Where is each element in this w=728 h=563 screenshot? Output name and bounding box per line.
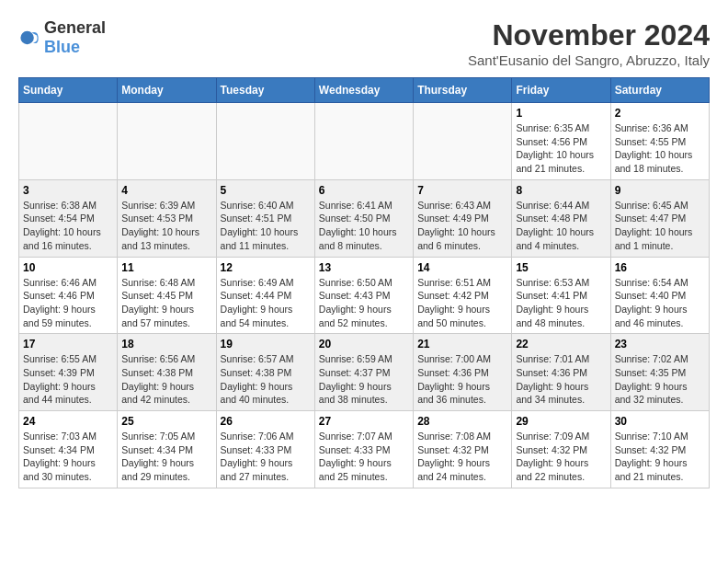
calendar-cell-2-3: 13Sunrise: 6:50 AM Sunset: 4:43 PM Dayli… [314,257,413,334]
day-number: 11 [121,261,211,274]
calendar-cell-0-5: 1Sunrise: 6:35 AM Sunset: 4:56 PM Daylig… [512,103,610,180]
day-info: Sunrise: 6:38 AM Sunset: 4:54 PM Dayligh… [23,199,113,253]
calendar-cell-3-1: 18Sunrise: 6:56 AM Sunset: 4:38 PM Dayli… [118,334,216,411]
calendar-cell-1-5: 8Sunrise: 6:44 AM Sunset: 4:48 PM Daylig… [512,179,610,257]
calendar-table: SundayMondayTuesdayWednesdayThursdayFrid… [18,77,710,488]
day-info: Sunrise: 7:05 AM Sunset: 4:34 PM Dayligh… [121,430,211,484]
calendar-cell-4-3: 27Sunrise: 7:07 AM Sunset: 4:33 PM Dayli… [314,411,413,488]
day-number: 1 [516,107,606,120]
day-number: 2 [615,107,705,120]
day-info: Sunrise: 6:54 AM Sunset: 4:40 PM Dayligh… [615,276,705,330]
day-number: 16 [615,261,705,274]
calendar-cell-3-3: 20Sunrise: 6:59 AM Sunset: 4:37 PM Dayli… [314,334,413,411]
day-number: 6 [319,184,409,197]
day-number: 9 [615,184,705,197]
day-info: Sunrise: 7:03 AM Sunset: 4:34 PM Dayligh… [23,430,113,484]
day-info: Sunrise: 7:00 AM Sunset: 4:36 PM Dayligh… [417,352,507,407]
calendar-cell-4-2: 26Sunrise: 7:06 AM Sunset: 4:33 PM Dayli… [216,411,314,488]
header-tuesday: Tuesday [216,78,314,103]
day-info: Sunrise: 7:10 AM Sunset: 4:32 PM Dayligh… [615,430,705,484]
calendar-cell-1-1: 4Sunrise: 6:39 AM Sunset: 4:53 PM Daylig… [118,179,216,257]
logo: General Blue [18,18,106,57]
day-info: Sunrise: 7:02 AM Sunset: 4:35 PM Dayligh… [615,352,705,407]
day-number: 3 [23,184,113,197]
calendar-cell-4-1: 25Sunrise: 7:05 AM Sunset: 4:34 PM Dayli… [118,411,216,488]
calendar-cell-4-6: 30Sunrise: 7:10 AM Sunset: 4:32 PM Dayli… [610,411,709,488]
day-info: Sunrise: 6:51 AM Sunset: 4:42 PM Dayligh… [417,276,507,330]
day-info: Sunrise: 6:44 AM Sunset: 4:48 PM Dayligh… [516,199,606,253]
week-row-3: 10Sunrise: 6:46 AM Sunset: 4:46 PM Dayli… [19,257,710,334]
day-info: Sunrise: 7:09 AM Sunset: 4:32 PM Dayligh… [516,430,606,484]
calendar-cell-0-6: 2Sunrise: 6:36 AM Sunset: 4:55 PM Daylig… [610,103,709,180]
day-number: 4 [121,184,211,197]
day-number: 18 [121,338,211,350]
day-number: 15 [516,261,606,274]
title-area: November 2024 Sant'Eusanio del Sangro, A… [468,18,710,68]
calendar-cell-4-4: 28Sunrise: 7:08 AM Sunset: 4:32 PM Dayli… [414,411,512,488]
day-info: Sunrise: 6:40 AM Sunset: 4:51 PM Dayligh… [221,199,311,253]
day-info: Sunrise: 6:41 AM Sunset: 4:50 PM Dayligh… [319,199,409,253]
calendar-cell-4-0: 24Sunrise: 7:03 AM Sunset: 4:34 PM Dayli… [19,411,118,488]
calendar-cell-1-6: 9Sunrise: 6:45 AM Sunset: 4:47 PM Daylig… [610,179,709,257]
day-number: 22 [516,338,606,350]
calendar-cell-0-2 [216,103,314,180]
calendar-cell-2-4: 14Sunrise: 6:51 AM Sunset: 4:42 PM Dayli… [414,257,512,334]
day-number: 28 [417,415,507,428]
calendar-cell-2-6: 16Sunrise: 6:54 AM Sunset: 4:40 PM Dayli… [610,257,709,334]
day-info: Sunrise: 6:43 AM Sunset: 4:49 PM Dayligh… [417,199,507,253]
day-number: 19 [221,338,311,350]
day-info: Sunrise: 7:07 AM Sunset: 4:33 PM Dayligh… [319,430,409,484]
day-number: 13 [319,261,409,274]
calendar-cell-3-4: 21Sunrise: 7:00 AM Sunset: 4:36 PM Dayli… [414,334,512,411]
day-number: 17 [23,338,113,350]
day-number: 24 [23,415,113,428]
calendar-cell-2-5: 15Sunrise: 6:53 AM Sunset: 4:41 PM Dayli… [512,257,610,334]
week-row-4: 17Sunrise: 6:55 AM Sunset: 4:39 PM Dayli… [19,334,710,411]
day-number: 12 [221,261,311,274]
calendar-cell-1-4: 7Sunrise: 6:43 AM Sunset: 4:49 PM Daylig… [414,179,512,257]
logo-icon [18,27,40,49]
week-row-1: 1Sunrise: 6:35 AM Sunset: 4:56 PM Daylig… [19,103,710,180]
header-saturday: Saturday [610,78,709,103]
day-number: 29 [516,415,606,428]
day-number: 10 [23,261,113,274]
day-info: Sunrise: 6:55 AM Sunset: 4:39 PM Dayligh… [23,352,113,407]
logo-general: General [44,18,106,37]
day-info: Sunrise: 6:57 AM Sunset: 4:38 PM Dayligh… [221,352,311,407]
month-title: November 2024 [468,18,710,52]
calendar-cell-1-0: 3Sunrise: 6:38 AM Sunset: 4:54 PM Daylig… [19,179,118,257]
calendar-cell-3-5: 22Sunrise: 7:01 AM Sunset: 4:36 PM Dayli… [512,334,610,411]
day-info: Sunrise: 6:49 AM Sunset: 4:44 PM Dayligh… [221,276,311,330]
day-info: Sunrise: 6:53 AM Sunset: 4:41 PM Dayligh… [516,276,606,330]
calendar-cell-0-4 [414,103,512,180]
day-number: 25 [121,415,211,428]
header-sunday: Sunday [19,78,118,103]
day-number: 21 [417,338,507,350]
calendar-cell-2-0: 10Sunrise: 6:46 AM Sunset: 4:46 PM Dayli… [19,257,118,334]
day-info: Sunrise: 7:01 AM Sunset: 4:36 PM Dayligh… [516,352,606,407]
calendar-cell-1-2: 5Sunrise: 6:40 AM Sunset: 4:51 PM Daylig… [216,179,314,257]
header-monday: Monday [118,78,216,103]
day-info: Sunrise: 6:50 AM Sunset: 4:43 PM Dayligh… [319,276,409,330]
day-info: Sunrise: 7:08 AM Sunset: 4:32 PM Dayligh… [417,430,507,484]
calendar-cell-2-2: 12Sunrise: 6:49 AM Sunset: 4:44 PM Dayli… [216,257,314,334]
calendar-cell-3-0: 17Sunrise: 6:55 AM Sunset: 4:39 PM Dayli… [19,334,118,411]
day-number: 8 [516,184,606,197]
location-title: Sant'Eusanio del Sangro, Abruzzo, Italy [468,52,710,68]
week-row-5: 24Sunrise: 7:03 AM Sunset: 4:34 PM Dayli… [19,411,710,488]
day-number: 30 [615,415,705,428]
day-info: Sunrise: 6:35 AM Sunset: 4:56 PM Dayligh… [516,121,606,176]
calendar-cell-0-3 [314,103,413,180]
page-header: General Blue November 2024 Sant'Eusanio … [18,18,710,68]
day-number: 20 [319,338,409,350]
header-wednesday: Wednesday [314,78,413,103]
day-info: Sunrise: 6:59 AM Sunset: 4:37 PM Dayligh… [319,352,409,407]
day-info: Sunrise: 6:39 AM Sunset: 4:53 PM Dayligh… [121,199,211,253]
header-friday: Friday [512,78,610,103]
day-info: Sunrise: 6:46 AM Sunset: 4:46 PM Dayligh… [23,276,113,330]
svg-point-0 [20,31,33,44]
calendar-header-row: SundayMondayTuesdayWednesdayThursdayFrid… [19,78,710,103]
day-info: Sunrise: 6:45 AM Sunset: 4:47 PM Dayligh… [615,199,705,253]
day-number: 23 [615,338,705,350]
day-number: 7 [417,184,507,197]
